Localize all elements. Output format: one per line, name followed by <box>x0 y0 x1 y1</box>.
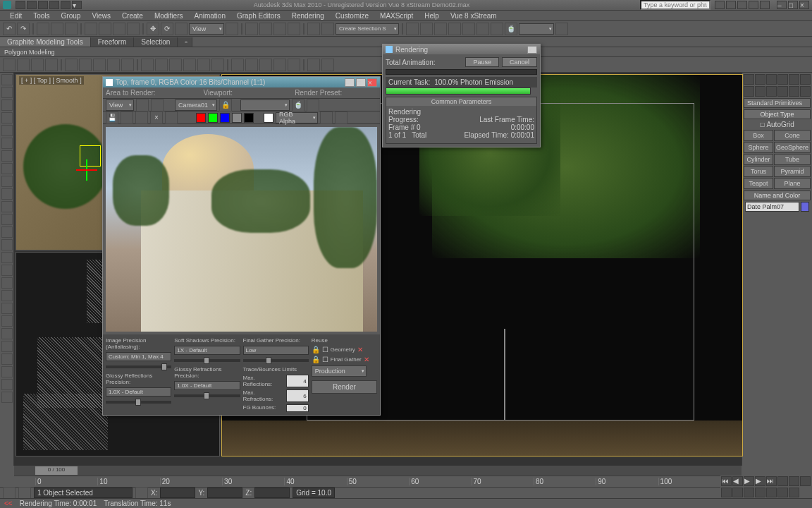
lt4-icon[interactable] <box>1 112 13 123</box>
fg-input[interactable] <box>286 404 309 412</box>
move-gizmo-icon[interactable] <box>76 159 97 181</box>
menu-create[interactable]: Create <box>119 11 146 20</box>
lt24-icon[interactable] <box>1 366 13 377</box>
maximize-button[interactable]: □ <box>788 1 798 9</box>
mt9-icon[interactable] <box>121 59 134 71</box>
rw-lock-icon[interactable]: 🔒 <box>219 99 232 111</box>
next-frame-icon[interactable]: ▶ <box>755 476 765 486</box>
lt26-icon[interactable] <box>1 392 13 403</box>
x-input[interactable] <box>160 488 195 498</box>
plane-button[interactable]: Plane <box>774 178 811 189</box>
mt8-icon[interactable] <box>107 59 120 71</box>
lt8-icon[interactable] <box>1 163 13 174</box>
script-icon[interactable] <box>3 487 16 500</box>
cone-button[interactable]: Cone <box>774 130 811 141</box>
nav4-icon[interactable] <box>744 488 754 497</box>
lt21-icon[interactable] <box>1 328 13 339</box>
glossy-refr-slider[interactable] <box>174 394 240 397</box>
lt9-icon[interactable] <box>1 176 13 187</box>
rw-opt2-icon[interactable] <box>335 111 347 124</box>
lt7-icon[interactable] <box>1 150 13 162</box>
mt17-icon[interactable] <box>245 59 258 71</box>
coord-dropdown[interactable]: View <box>189 23 224 35</box>
lt13-icon[interactable] <box>1 226 13 238</box>
ribbon-tab-selection[interactable]: Selection <box>134 37 178 47</box>
qat-more-icon[interactable]: ▾ <box>72 1 82 9</box>
img-prec-field[interactable]: Custom: Min 1, Max 4 <box>106 352 171 361</box>
chk2[interactable]: ☐ <box>322 356 328 363</box>
lt6-icon[interactable] <box>1 138 13 149</box>
save-img-icon[interactable]: 💾 <box>106 111 118 124</box>
rw-max-button[interactable]: □ <box>356 78 366 87</box>
rw-close-button[interactable]: × <box>367 78 377 87</box>
menu-vue[interactable]: Vue 8 xStream <box>448 11 500 20</box>
pause-button[interactable]: Pause <box>465 57 499 67</box>
qat-new-icon[interactable] <box>16 1 25 9</box>
time-slider-thumb[interactable]: 0 / 100 <box>35 466 78 475</box>
motion-tab-icon[interactable] <box>777 74 788 85</box>
mt18-icon[interactable] <box>259 59 272 71</box>
mt6-icon[interactable] <box>79 59 92 71</box>
max-refl-input[interactable] <box>286 375 309 387</box>
redo-icon[interactable]: ↷ <box>17 23 30 35</box>
nav1-icon[interactable] <box>800 476 811 486</box>
mt5-icon[interactable] <box>65 59 78 71</box>
rw-tb1-icon[interactable] <box>136 99 149 111</box>
copy-img-icon[interactable] <box>121 111 133 124</box>
glossy-refl-slider[interactable] <box>106 401 171 404</box>
mt22-icon[interactable] <box>321 59 334 71</box>
menu-modifiers[interactable]: Modifiers <box>152 11 186 20</box>
bg-swatch[interactable] <box>264 113 273 123</box>
ribbon-expand-icon[interactable]: ▫ <box>178 37 192 47</box>
prev-frame-icon[interactable]: ◀ <box>732 476 743 486</box>
menu-grapheditors[interactable]: Graph Editors <box>234 11 283 20</box>
geosphere-button[interactable]: GeoSphere <box>774 142 811 153</box>
y-input[interactable] <box>207 488 242 498</box>
alpha-channel-icon[interactable] <box>232 113 242 123</box>
help4-icon[interactable] <box>749 1 758 9</box>
scale-icon[interactable] <box>175 23 187 35</box>
undo-icon[interactable]: ↶ <box>3 23 16 35</box>
object-name-input[interactable] <box>745 202 799 212</box>
clear-icon[interactable]: × <box>150 111 163 124</box>
ribbon-tab-freeform[interactable]: Freeform <box>91 37 135 47</box>
menu-rendering[interactable]: Rendering <box>289 11 327 20</box>
utilities-tab-icon[interactable] <box>800 74 811 85</box>
rotate-icon[interactable]: ⟳ <box>161 23 173 35</box>
help-icon[interactable] <box>715 1 725 9</box>
menu-customize[interactable]: Customize <box>333 11 371 20</box>
mono-channel-icon[interactable] <box>244 113 254 123</box>
viewport-label[interactable]: [ + ] [ Top ] [ Smooth ] <box>19 76 84 85</box>
rw-setup-icon[interactable] <box>307 99 319 111</box>
play-icon[interactable]: ▶ <box>744 476 754 486</box>
qat-undo-icon[interactable] <box>49 1 59 9</box>
autogrid-check[interactable]: ☐ AutoGrid <box>744 119 811 130</box>
mt3-icon[interactable] <box>31 59 44 71</box>
render-frame-icon[interactable] <box>491 23 503 35</box>
snap-icon[interactable] <box>245 23 258 35</box>
lights-cat-icon[interactable] <box>766 86 777 97</box>
create-tab-icon[interactable] <box>744 74 754 85</box>
shapes-cat-icon[interactable] <box>755 86 765 97</box>
final-slider[interactable] <box>243 359 309 362</box>
help-search-input[interactable] <box>640 0 710 10</box>
named-sel-icon[interactable] <box>307 23 320 35</box>
area-dropdown[interactable]: View <box>106 99 134 111</box>
glossy-refl-field[interactable]: 1.0X - Default <box>106 387 171 397</box>
help5-icon[interactable] <box>760 1 770 9</box>
display-tab-icon[interactable] <box>789 74 799 85</box>
nav8-icon[interactable] <box>789 488 799 497</box>
rw-tb2-icon[interactable] <box>151 99 164 111</box>
lock-icon[interactable] <box>18 487 31 500</box>
select-region-icon[interactable] <box>113 23 125 35</box>
pivot-icon[interactable] <box>226 23 238 35</box>
time-config-icon[interactable] <box>789 476 799 486</box>
close-button[interactable]: × <box>799 1 809 9</box>
del1-icon[interactable]: ✕ <box>357 346 363 353</box>
lt14-icon[interactable] <box>1 239 13 250</box>
goto-start-icon[interactable]: ⏮ <box>721 476 732 486</box>
lt3-icon[interactable] <box>1 99 13 111</box>
time-slider[interactable]: 0 / 100 <box>14 466 742 476</box>
del2-icon[interactable]: ✕ <box>364 356 369 363</box>
key-mode-icon[interactable] <box>777 476 788 486</box>
